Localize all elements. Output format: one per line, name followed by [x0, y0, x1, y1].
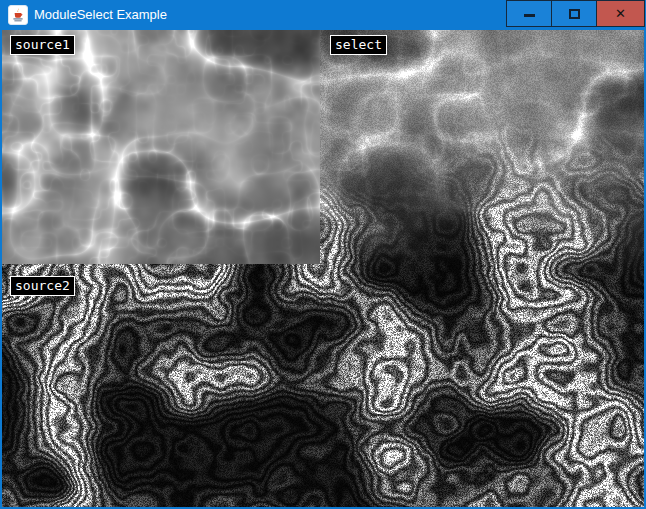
- noise-canvas: [2, 30, 644, 507]
- java-coffee-cup-glyph: [10, 7, 26, 23]
- window-title: ModuleSelect Example: [34, 0, 167, 29]
- maximize-button[interactable]: [551, 0, 597, 27]
- module-label-select: select: [330, 35, 387, 55]
- title-bar[interactable]: ModuleSelect Example ✕: [0, 0, 646, 30]
- minimize-button[interactable]: [506, 0, 552, 27]
- maximize-icon: [569, 9, 580, 19]
- noise-viewport: [2, 30, 644, 507]
- application-window: ModuleSelect Example ✕ source1selectsour…: [0, 0, 646, 509]
- minimize-icon: [524, 14, 535, 17]
- close-button[interactable]: ✕: [596, 0, 645, 27]
- java-coffee-cup-icon[interactable]: [8, 5, 28, 25]
- close-icon: ✕: [615, 7, 626, 20]
- module-label-source1: source1: [10, 35, 75, 55]
- module-label-source2: source2: [10, 276, 75, 296]
